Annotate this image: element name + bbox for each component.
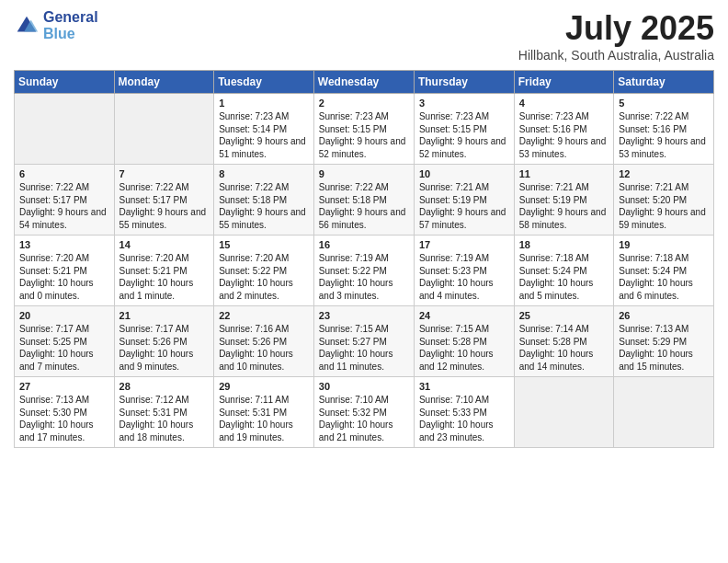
day-info: Sunrise: 7:16 AM Sunset: 5:26 PM Dayligh… bbox=[219, 323, 309, 373]
page-header: General Blue July 2025 Hillbank, South A… bbox=[14, 9, 714, 63]
day-number: 15 bbox=[219, 239, 309, 250]
calendar-cell: 3Sunrise: 7:23 AM Sunset: 5:15 PM Daylig… bbox=[414, 94, 514, 165]
day-number: 29 bbox=[219, 381, 309, 392]
day-number: 9 bbox=[319, 168, 409, 179]
calendar-cell: 13Sunrise: 7:20 AM Sunset: 5:21 PM Dayli… bbox=[15, 236, 115, 306]
day-number: 28 bbox=[119, 381, 210, 392]
day-info: Sunrise: 7:17 AM Sunset: 5:26 PM Dayligh… bbox=[119, 323, 210, 373]
day-number: 4 bbox=[519, 98, 609, 109]
day-number: 22 bbox=[219, 310, 309, 321]
calendar-cell: 14Sunrise: 7:20 AM Sunset: 5:21 PM Dayli… bbox=[114, 236, 214, 306]
calendar-cell: 19Sunrise: 7:18 AM Sunset: 5:24 PM Dayli… bbox=[614, 236, 714, 306]
day-info: Sunrise: 7:21 AM Sunset: 5:19 PM Dayligh… bbox=[419, 181, 509, 231]
day-number: 27 bbox=[19, 381, 109, 392]
day-info: Sunrise: 7:13 AM Sunset: 5:30 PM Dayligh… bbox=[19, 394, 109, 443]
calendar-cell: 9Sunrise: 7:22 AM Sunset: 5:18 PM Daylig… bbox=[313, 165, 414, 236]
weekday-header-saturday: Saturday bbox=[614, 71, 714, 94]
day-number: 8 bbox=[219, 168, 309, 179]
day-info: Sunrise: 7:21 AM Sunset: 5:20 PM Dayligh… bbox=[619, 181, 709, 231]
calendar-cell: 24Sunrise: 7:15 AM Sunset: 5:28 PM Dayli… bbox=[414, 306, 514, 377]
location-title: Hillbank, South Australia, Australia bbox=[518, 48, 714, 63]
day-info: Sunrise: 7:11 AM Sunset: 5:31 PM Dayligh… bbox=[219, 394, 309, 443]
day-info: Sunrise: 7:22 AM Sunset: 5:18 PM Dayligh… bbox=[319, 181, 409, 231]
calendar-cell: 29Sunrise: 7:11 AM Sunset: 5:31 PM Dayli… bbox=[214, 377, 314, 448]
calendar-cell: 5Sunrise: 7:22 AM Sunset: 5:16 PM Daylig… bbox=[614, 94, 714, 165]
day-number: 17 bbox=[419, 239, 509, 250]
day-info: Sunrise: 7:18 AM Sunset: 5:24 PM Dayligh… bbox=[619, 252, 709, 302]
day-info: Sunrise: 7:22 AM Sunset: 5:18 PM Dayligh… bbox=[219, 181, 309, 231]
day-number: 31 bbox=[419, 381, 509, 392]
calendar-cell: 2Sunrise: 7:23 AM Sunset: 5:15 PM Daylig… bbox=[313, 94, 414, 165]
calendar-cell: 1Sunrise: 7:23 AM Sunset: 5:14 PM Daylig… bbox=[214, 94, 314, 165]
day-info: Sunrise: 7:20 AM Sunset: 5:21 PM Dayligh… bbox=[119, 252, 210, 302]
day-info: Sunrise: 7:15 AM Sunset: 5:28 PM Dayligh… bbox=[419, 323, 509, 373]
calendar-cell bbox=[114, 94, 214, 165]
calendar-cell: 4Sunrise: 7:23 AM Sunset: 5:16 PM Daylig… bbox=[514, 94, 613, 165]
logo: General Blue bbox=[14, 9, 98, 42]
calendar-cell: 20Sunrise: 7:17 AM Sunset: 5:25 PM Dayli… bbox=[15, 306, 115, 377]
calendar-cell bbox=[15, 94, 115, 165]
calendar-week-3: 13Sunrise: 7:20 AM Sunset: 5:21 PM Dayli… bbox=[15, 236, 714, 306]
day-info: Sunrise: 7:20 AM Sunset: 5:21 PM Dayligh… bbox=[19, 252, 109, 302]
calendar-body: 1Sunrise: 7:23 AM Sunset: 5:14 PM Daylig… bbox=[15, 94, 714, 448]
day-info: Sunrise: 7:10 AM Sunset: 5:33 PM Dayligh… bbox=[419, 394, 509, 443]
calendar-cell: 25Sunrise: 7:14 AM Sunset: 5:28 PM Dayli… bbox=[514, 306, 613, 377]
day-number: 10 bbox=[419, 168, 509, 179]
calendar-week-5: 27Sunrise: 7:13 AM Sunset: 5:30 PM Dayli… bbox=[15, 377, 714, 448]
weekday-header-monday: Monday bbox=[114, 71, 214, 94]
day-info: Sunrise: 7:23 AM Sunset: 5:14 PM Dayligh… bbox=[219, 110, 309, 160]
calendar-cell: 11Sunrise: 7:21 AM Sunset: 5:19 PM Dayli… bbox=[514, 165, 613, 236]
calendar-week-4: 20Sunrise: 7:17 AM Sunset: 5:25 PM Dayli… bbox=[15, 306, 714, 377]
calendar-cell: 8Sunrise: 7:22 AM Sunset: 5:18 PM Daylig… bbox=[214, 165, 314, 236]
day-info: Sunrise: 7:19 AM Sunset: 5:23 PM Dayligh… bbox=[419, 252, 509, 302]
day-number: 11 bbox=[519, 168, 609, 179]
title-block: July 2025 Hillbank, South Australia, Aus… bbox=[518, 9, 714, 63]
day-number: 25 bbox=[519, 310, 609, 321]
calendar-cell: 10Sunrise: 7:21 AM Sunset: 5:19 PM Dayli… bbox=[414, 165, 514, 236]
day-number: 5 bbox=[619, 98, 709, 109]
day-number: 13 bbox=[19, 239, 109, 250]
calendar-cell: 23Sunrise: 7:15 AM Sunset: 5:27 PM Dayli… bbox=[313, 306, 414, 377]
calendar-header-row: SundayMondayTuesdayWednesdayThursdayFrid… bbox=[15, 71, 714, 94]
day-info: Sunrise: 7:23 AM Sunset: 5:15 PM Dayligh… bbox=[319, 110, 409, 160]
calendar-cell: 6Sunrise: 7:22 AM Sunset: 5:17 PM Daylig… bbox=[15, 165, 115, 236]
day-number: 26 bbox=[619, 310, 709, 321]
day-number: 1 bbox=[219, 98, 309, 109]
day-info: Sunrise: 7:22 AM Sunset: 5:17 PM Dayligh… bbox=[119, 181, 210, 231]
weekday-header-wednesday: Wednesday bbox=[313, 71, 414, 94]
day-info: Sunrise: 7:17 AM Sunset: 5:25 PM Dayligh… bbox=[19, 323, 109, 373]
calendar-cell: 30Sunrise: 7:10 AM Sunset: 5:32 PM Dayli… bbox=[313, 377, 414, 448]
day-info: Sunrise: 7:12 AM Sunset: 5:31 PM Dayligh… bbox=[119, 394, 210, 443]
calendar-week-1: 1Sunrise: 7:23 AM Sunset: 5:14 PM Daylig… bbox=[15, 94, 714, 165]
day-info: Sunrise: 7:22 AM Sunset: 5:17 PM Dayligh… bbox=[19, 181, 109, 231]
day-number: 18 bbox=[519, 239, 609, 250]
day-info: Sunrise: 7:18 AM Sunset: 5:24 PM Dayligh… bbox=[519, 252, 609, 302]
day-number: 14 bbox=[119, 239, 210, 250]
calendar-cell bbox=[614, 377, 714, 448]
calendar-cell: 12Sunrise: 7:21 AM Sunset: 5:20 PM Dayli… bbox=[614, 165, 714, 236]
calendar-cell: 27Sunrise: 7:13 AM Sunset: 5:30 PM Dayli… bbox=[15, 377, 115, 448]
weekday-header-friday: Friday bbox=[514, 71, 613, 94]
day-number: 2 bbox=[319, 98, 409, 109]
day-number: 6 bbox=[19, 168, 109, 179]
day-number: 19 bbox=[619, 239, 709, 250]
calendar-cell: 31Sunrise: 7:10 AM Sunset: 5:33 PM Dayli… bbox=[414, 377, 514, 448]
day-info: Sunrise: 7:19 AM Sunset: 5:22 PM Dayligh… bbox=[319, 252, 409, 302]
day-info: Sunrise: 7:10 AM Sunset: 5:32 PM Dayligh… bbox=[319, 394, 409, 443]
weekday-header-sunday: Sunday bbox=[15, 71, 115, 94]
day-info: Sunrise: 7:20 AM Sunset: 5:22 PM Dayligh… bbox=[219, 252, 309, 302]
day-info: Sunrise: 7:13 AM Sunset: 5:29 PM Dayligh… bbox=[619, 323, 709, 373]
calendar-cell: 7Sunrise: 7:22 AM Sunset: 5:17 PM Daylig… bbox=[114, 165, 214, 236]
weekday-header-tuesday: Tuesday bbox=[214, 71, 314, 94]
calendar-cell: 15Sunrise: 7:20 AM Sunset: 5:22 PM Dayli… bbox=[214, 236, 314, 306]
day-number: 24 bbox=[419, 310, 509, 321]
logo-icon bbox=[14, 13, 40, 39]
day-info: Sunrise: 7:22 AM Sunset: 5:16 PM Dayligh… bbox=[619, 110, 709, 160]
calendar-cell: 21Sunrise: 7:17 AM Sunset: 5:26 PM Dayli… bbox=[114, 306, 214, 377]
logo-text: General Blue bbox=[43, 9, 98, 42]
day-info: Sunrise: 7:23 AM Sunset: 5:16 PM Dayligh… bbox=[519, 110, 609, 160]
calendar-cell bbox=[514, 377, 613, 448]
day-info: Sunrise: 7:15 AM Sunset: 5:27 PM Dayligh… bbox=[319, 323, 409, 373]
day-number: 20 bbox=[19, 310, 109, 321]
day-number: 7 bbox=[119, 168, 210, 179]
